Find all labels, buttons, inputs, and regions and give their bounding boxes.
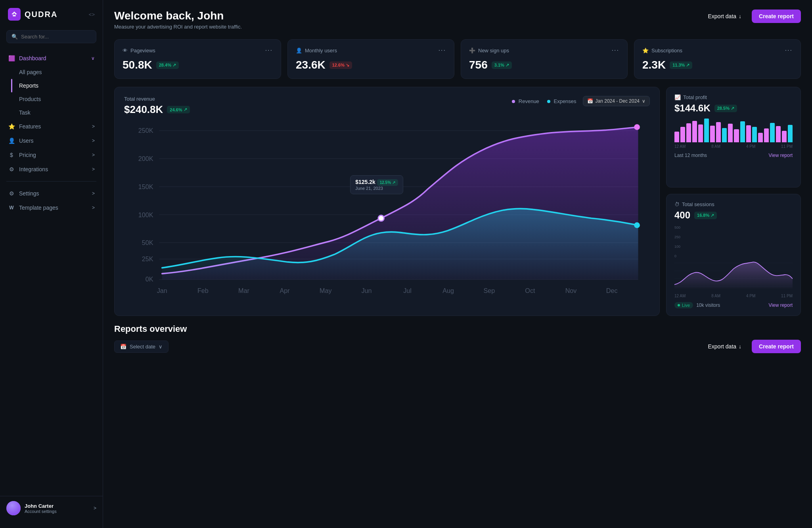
reports-overview-title: Reports overview bbox=[114, 324, 801, 334]
bar bbox=[782, 131, 787, 142]
total-sessions-value: 400 16.8% ↗ bbox=[674, 210, 793, 221]
create-label: Create report bbox=[759, 343, 794, 350]
profit-footer: Last 12 months View report bbox=[674, 153, 793, 158]
search-input[interactable] bbox=[21, 34, 91, 40]
chart-controls: Revenue Expenses 📅 Jan 2024 - Dec 2024 ∨ bbox=[512, 96, 650, 106]
chevron-down-icon: ∨ bbox=[159, 344, 163, 350]
sidebar-item-pricing[interactable]: $ Pricing > bbox=[0, 148, 103, 162]
signups-icon: ➕ bbox=[469, 48, 475, 54]
search-box[interactable]: 🔍 bbox=[6, 30, 96, 43]
chevron-right-icon: > bbox=[92, 205, 95, 210]
view-report-sessions-link[interactable]: View report bbox=[769, 302, 793, 308]
download-icon: ↓ bbox=[739, 13, 741, 19]
metric-menu-button[interactable]: ··· bbox=[439, 47, 446, 54]
metric-badge: 3.1% ↗ bbox=[492, 61, 512, 69]
sidebar-item-users[interactable]: 👤 Users > bbox=[0, 134, 103, 148]
export-label: Export data bbox=[708, 13, 736, 19]
bar bbox=[734, 129, 739, 142]
sidebar-item-all-pages[interactable]: All pages bbox=[0, 65, 103, 79]
bar bbox=[674, 132, 679, 142]
profit-icon: 📈 bbox=[674, 94, 681, 100]
metric-card-pageviews: 👁 Pageviews ··· 50.8K 28.4% ↗ bbox=[114, 39, 281, 79]
live-badge: Live bbox=[674, 302, 693, 308]
create-label: Create report bbox=[759, 13, 794, 19]
page-subtitle: Measure your advertising ROI and report … bbox=[114, 24, 242, 30]
sidebar-item-dashboard[interactable]: 🟪 Dashboard ∨ bbox=[0, 51, 103, 65]
metric-value: 23.6K 12.6% ↘ bbox=[296, 59, 446, 71]
metric-value: 2.3K 11.3% ↗ bbox=[642, 59, 793, 71]
subscriptions-icon: ⭐ bbox=[642, 48, 649, 54]
svg-text:Apr: Apr bbox=[280, 287, 290, 294]
sessions-chart-container: 500 250 100 0 bbox=[674, 226, 793, 292]
sidebar-subitem-label: All pages bbox=[19, 69, 42, 75]
nav-chevrons-icon[interactable]: <> bbox=[89, 11, 95, 17]
metric-menu-button[interactable]: ··· bbox=[265, 47, 273, 54]
bar bbox=[770, 123, 775, 142]
reports-create-button[interactable]: Create report bbox=[752, 340, 801, 353]
user-menu[interactable]: John Carter Account settings > bbox=[0, 496, 103, 520]
profit-badge: 28.5% ↗ bbox=[714, 105, 737, 112]
header-actions: Export data ↓ Create report bbox=[702, 10, 801, 23]
bar bbox=[680, 127, 685, 142]
sidebar-item-reports[interactable]: Reports bbox=[0, 79, 103, 92]
metric-card-header: ➕ New sign ups ··· bbox=[469, 47, 619, 54]
revenue-chart-card: Total revenue $240.8K 24.6% ↗ Revenue bbox=[114, 87, 660, 316]
visitors-label: 10k visitors bbox=[696, 302, 720, 308]
bar bbox=[728, 124, 733, 142]
metric-title: 👁 Pageviews bbox=[123, 48, 155, 54]
sidebar-item-task[interactable]: Task bbox=[0, 106, 103, 119]
view-report-link[interactable]: View report bbox=[769, 153, 793, 158]
page-title: Welcome back, John bbox=[114, 10, 242, 22]
logo[interactable]: QUDRA <> bbox=[0, 8, 103, 30]
reports-toolbar-right: Export data ↓ Create report bbox=[702, 340, 801, 353]
header-text: Welcome back, John Measure your advertis… bbox=[114, 10, 242, 30]
metric-badge: 28.4% ↗ bbox=[156, 61, 179, 69]
chart-value: $240.8K 24.6% ↗ bbox=[124, 103, 190, 116]
chevron-right-icon: > bbox=[92, 191, 95, 196]
sidebar-item-label: Dashboard bbox=[19, 55, 46, 61]
select-date-button[interactable]: 📅 Select date ∨ bbox=[114, 341, 169, 353]
date-range-button[interactable]: 📅 Jan 2024 - Dec 2024 ∨ bbox=[583, 96, 650, 106]
reports-overview: Reports overview 📅 Select date ∨ Export … bbox=[114, 324, 801, 353]
sessions-y-labels: 500 250 100 0 bbox=[674, 226, 793, 258]
legend-revenue: Revenue bbox=[512, 98, 539, 104]
sidebar-item-products[interactable]: Products bbox=[0, 92, 103, 106]
profit-time-labels: 12 AM 8 AM 4 PM 11 PM bbox=[674, 144, 793, 149]
create-report-button[interactable]: Create report bbox=[752, 10, 801, 23]
metric-card-header: 👤 Monthly users ··· bbox=[296, 47, 446, 54]
bar bbox=[692, 121, 697, 142]
metric-title: ⭐ Subscriptions bbox=[642, 48, 682, 54]
dashboard-icon: 🟪 bbox=[8, 55, 15, 61]
sidebar-item-features[interactable]: ⭐ Features > bbox=[0, 119, 103, 134]
expenses-end-dot bbox=[634, 222, 640, 228]
svg-text:Jun: Jun bbox=[361, 287, 372, 294]
chevron-right-icon: > bbox=[92, 138, 95, 143]
sidebar-item-label: Users bbox=[19, 138, 34, 144]
right-charts: 📈 Total profit $144.6K 28.5% ↗ bbox=[666, 87, 801, 316]
sidebar-item-label: Integrations bbox=[19, 166, 48, 172]
svg-text:25K: 25K bbox=[142, 255, 153, 262]
user-name: John Carter bbox=[25, 503, 90, 509]
bar bbox=[746, 125, 751, 142]
calendar-icon: 📅 bbox=[587, 98, 593, 104]
logo-text: QUDRA bbox=[25, 10, 57, 19]
reports-export-button[interactable]: Export data ↓ bbox=[702, 340, 747, 353]
sidebar-subitem-label: Reports bbox=[19, 82, 38, 89]
sidebar-item-settings[interactable]: ⚙ Settings > bbox=[0, 186, 103, 201]
pageviews-icon: 👁 bbox=[123, 48, 128, 54]
sidebar-item-template-pages[interactable]: W Template pages > bbox=[0, 201, 103, 215]
revenue-end-dot bbox=[634, 124, 640, 130]
chevron-right-icon: > bbox=[92, 152, 95, 158]
main-content: Welcome back, John Measure your advertis… bbox=[103, 0, 812, 528]
metric-card-subscriptions: ⭐ Subscriptions ··· 2.3K 11.3% ↗ bbox=[634, 39, 801, 79]
metric-badge: 12.6% ↘ bbox=[329, 61, 352, 69]
svg-text:Feb: Feb bbox=[197, 287, 209, 294]
export-data-button[interactable]: Export data ↓ bbox=[702, 10, 747, 23]
metric-menu-button[interactable]: ··· bbox=[612, 47, 619, 54]
metric-card-new-signups: ➕ New sign ups ··· 756 3.1% ↗ bbox=[461, 39, 628, 79]
metric-menu-button[interactable]: ··· bbox=[785, 47, 793, 54]
chart-legend: Revenue Expenses bbox=[512, 98, 576, 104]
sidebar-item-integrations[interactable]: ⚙ Integrations > bbox=[0, 162, 103, 176]
svg-text:250K: 250K bbox=[138, 127, 153, 134]
integrations-icon: ⚙ bbox=[8, 166, 15, 172]
